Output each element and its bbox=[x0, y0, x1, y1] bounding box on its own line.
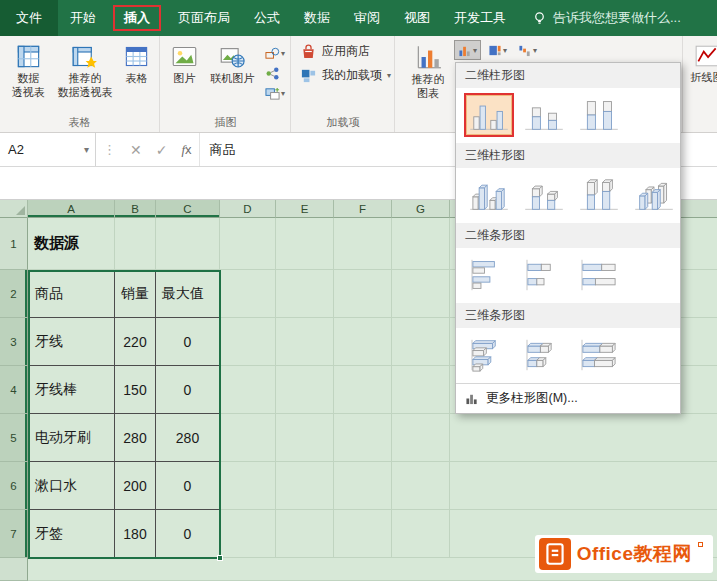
store-button[interactable]: 应用商店 bbox=[292, 36, 394, 60]
cell-A1[interactable]: 数据源 bbox=[28, 218, 115, 270]
cell-C7[interactable]: 0 bbox=[156, 510, 220, 558]
cell-D2[interactable] bbox=[220, 270, 276, 318]
cell-B7[interactable]: 180 bbox=[115, 510, 156, 558]
cell-C1[interactable] bbox=[156, 218, 220, 270]
tell-me-box[interactable]: 告诉我您想要做什么... bbox=[532, 0, 681, 36]
cell-G3[interactable] bbox=[392, 318, 450, 366]
chart-type-column-3d[interactable] bbox=[631, 175, 677, 215]
cell-A2[interactable]: 商品 bbox=[28, 270, 115, 318]
cell-B4[interactable]: 150 bbox=[115, 366, 156, 414]
tab-插入[interactable]: 插入 bbox=[108, 0, 166, 36]
chart-type-stacked-bar-100[interactable] bbox=[576, 255, 622, 295]
cell-C6[interactable]: 0 bbox=[156, 462, 220, 510]
cell-D3[interactable] bbox=[220, 318, 276, 366]
column-header-B[interactable]: B bbox=[115, 200, 156, 218]
online-pictures-button[interactable]: 联机图片 bbox=[205, 40, 259, 86]
cell-G2[interactable] bbox=[392, 270, 450, 318]
row-header-3[interactable]: 3 bbox=[0, 318, 28, 366]
column-header-D[interactable]: D bbox=[220, 200, 276, 218]
more-column-charts-item[interactable]: 更多柱形图(M)... bbox=[456, 383, 680, 413]
cell-B3[interactable]: 220 bbox=[115, 318, 156, 366]
tab-视图[interactable]: 视图 bbox=[392, 0, 442, 36]
cell-D6[interactable] bbox=[220, 462, 276, 510]
row-header-1[interactable]: 1 bbox=[0, 218, 28, 270]
cell-A3[interactable]: 牙线 bbox=[28, 318, 115, 366]
cancel-icon[interactable]: ✕ bbox=[123, 142, 149, 158]
cell-E7[interactable] bbox=[276, 510, 334, 558]
chart-type-clustered-bar[interactable] bbox=[466, 255, 512, 295]
cell-B1[interactable] bbox=[115, 218, 156, 270]
cell-D4[interactable] bbox=[220, 366, 276, 414]
cell-E2[interactable] bbox=[276, 270, 334, 318]
cell-E3[interactable] bbox=[276, 318, 334, 366]
chart-type-stacked-column-100-3d[interactable] bbox=[576, 175, 622, 215]
cell-F4[interactable] bbox=[334, 366, 392, 414]
row-header-4[interactable]: 4 bbox=[0, 366, 28, 414]
cell-F1[interactable] bbox=[334, 218, 392, 270]
cell-F2[interactable] bbox=[334, 270, 392, 318]
cell-C2[interactable]: 最大值 bbox=[156, 270, 220, 318]
column-header-E[interactable]: E bbox=[276, 200, 334, 218]
cell-G5[interactable] bbox=[392, 414, 450, 462]
cell-E4[interactable] bbox=[276, 366, 334, 414]
chart-type-clustered-column-3d[interactable] bbox=[466, 175, 512, 215]
chart-type-clustered-bar-3d[interactable] bbox=[466, 335, 512, 375]
tab-开始[interactable]: 开始 bbox=[58, 0, 108, 36]
tab-开发工具[interactable]: 开发工具 bbox=[442, 0, 518, 36]
cell-D5[interactable] bbox=[220, 414, 276, 462]
cell-F6[interactable] bbox=[334, 462, 392, 510]
chart-type-stacked-bar[interactable] bbox=[521, 255, 567, 295]
recommended-pivot-button[interactable]: 推荐的 数据透视表 bbox=[55, 40, 115, 100]
picture-button[interactable]: 图片 bbox=[165, 40, 203, 86]
tab-审阅[interactable]: 审阅 bbox=[342, 0, 392, 36]
cell-C4[interactable]: 0 bbox=[156, 366, 220, 414]
cell-D7[interactable] bbox=[220, 510, 276, 558]
cell-G6[interactable] bbox=[392, 462, 450, 510]
table-button[interactable]: 表格 bbox=[117, 40, 156, 86]
insert-waterfall-chart-button[interactable]: ▾ bbox=[514, 40, 541, 60]
shapes-button[interactable]: ▾ bbox=[263, 45, 287, 62]
formula-bar-resizer[interactable]: ⋮ bbox=[96, 142, 123, 157]
recommended-charts-button[interactable]: 推荐的 图表 bbox=[402, 40, 454, 101]
cell-E1[interactable] bbox=[276, 218, 334, 270]
cell-G7[interactable] bbox=[392, 510, 450, 558]
insert-hierarchy-chart-button[interactable]: ▾ bbox=[484, 40, 511, 60]
screenshot-button[interactable]: ▾ bbox=[263, 85, 287, 102]
column-header-G[interactable]: G bbox=[392, 200, 450, 218]
cell-B6[interactable]: 200 bbox=[115, 462, 156, 510]
chart-type-stacked-bar-100-3d[interactable] bbox=[576, 335, 622, 375]
chart-type-stacked-column-3d[interactable] bbox=[521, 175, 567, 215]
cell-F5[interactable] bbox=[334, 414, 392, 462]
insert-column-chart-button[interactable]: ▾ bbox=[454, 40, 481, 60]
cell-B5[interactable]: 280 bbox=[115, 414, 156, 462]
cell-A5[interactable]: 电动牙刷 bbox=[28, 414, 115, 462]
sparkline-line-button[interactable]: 折线图 bbox=[684, 40, 717, 85]
cell-G4[interactable] bbox=[392, 366, 450, 414]
tab-数据[interactable]: 数据 bbox=[292, 0, 342, 36]
cell-B2[interactable]: 销量 bbox=[115, 270, 156, 318]
cell-C3[interactable]: 0 bbox=[156, 318, 220, 366]
enter-icon[interactable]: ✓ bbox=[149, 142, 175, 158]
row-header-6[interactable]: 6 bbox=[0, 462, 28, 510]
pivot-table-button[interactable]: 数据 透视表 bbox=[4, 40, 53, 100]
cell-D1[interactable] bbox=[220, 218, 276, 270]
column-header-C[interactable]: C bbox=[156, 200, 220, 218]
insert-function-icon[interactable]: fx bbox=[174, 142, 198, 158]
cell-F7[interactable] bbox=[334, 510, 392, 558]
column-header-A[interactable]: A bbox=[28, 200, 115, 218]
tab-页面布局[interactable]: 页面布局 bbox=[166, 0, 242, 36]
cell-A6[interactable]: 漱口水 bbox=[28, 462, 115, 510]
chart-type-stacked-column-100[interactable] bbox=[576, 95, 622, 135]
name-box-dropdown-icon[interactable]: ▾ bbox=[84, 144, 89, 155]
cell-A7[interactable]: 牙签 bbox=[28, 510, 115, 558]
row-header-7[interactable]: 7 bbox=[0, 510, 28, 558]
chart-type-stacked-bar-3d[interactable] bbox=[521, 335, 567, 375]
smartart-button[interactable] bbox=[263, 65, 287, 82]
chart-type-clustered-column[interactable] bbox=[466, 95, 512, 135]
tab-文件[interactable]: 文件 bbox=[0, 0, 58, 36]
chart-type-stacked-column[interactable] bbox=[521, 95, 567, 135]
name-box[interactable]: A2 ▾ bbox=[0, 133, 96, 166]
row-header-5[interactable]: 5 bbox=[0, 414, 28, 462]
cell-E5[interactable] bbox=[276, 414, 334, 462]
my-addins-button[interactable]: 我的加载项 ▾ bbox=[292, 60, 394, 84]
